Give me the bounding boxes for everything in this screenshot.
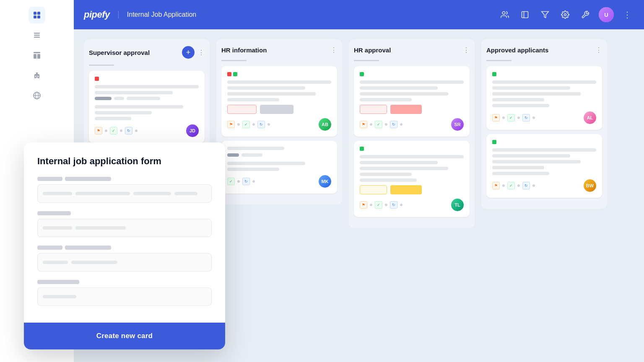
form-field-1 (37, 177, 212, 203)
card-line (360, 178, 417, 182)
card-labels (360, 72, 464, 76)
sidebar-icon-list[interactable] (29, 27, 45, 44)
sidebar-icon-bot[interactable] (29, 67, 45, 84)
card-icon-check: ✓ (242, 121, 250, 128)
card-icon-check: ✓ (507, 182, 515, 189)
card-icons: ⚑ ✓ ↻ (360, 121, 402, 128)
card-separator (517, 184, 520, 187)
filter-icon[interactable] (538, 8, 552, 21)
svg-point-18 (502, 12, 505, 15)
card-icon-check: ✓ (110, 127, 117, 134)
card-icon-refresh: ↻ (390, 201, 397, 209)
col-menu-supervisor[interactable]: ⋮ (198, 49, 205, 57)
import-icon[interactable] (518, 8, 532, 21)
card-footer: ⚑ ✓ ↻ BW (492, 179, 596, 192)
card-separator (237, 180, 240, 183)
label-dot-green (233, 72, 237, 76)
col-menu-approved[interactable]: ⋮ (595, 46, 602, 54)
card-icon-refresh: ↻ (257, 121, 265, 128)
card-line (492, 98, 544, 101)
col-menu-hr-info[interactable]: ⋮ (330, 46, 337, 54)
card-footer: ⚑ ✓ ↻ SR (360, 118, 464, 131)
header-title: Internal Job Application (118, 11, 196, 18)
more-icon[interactable]: ⋮ (621, 8, 634, 21)
card-line (242, 153, 262, 157)
kanban-card[interactable]: ⚑ ✓ ↻ BW (486, 134, 602, 198)
card-labels (492, 140, 596, 144)
sidebar-icon-globe[interactable] (29, 87, 45, 104)
kanban-card[interactable]: ⚑ ✓ ↻ SR (354, 66, 470, 137)
card-line (360, 155, 464, 158)
card-line (95, 85, 199, 88)
kanban-card[interactable]: ⚑ ✓ ↻ TL (354, 141, 470, 217)
card-separator (400, 204, 402, 206)
card-icons: ⚑ ✓ ↻ (492, 182, 535, 189)
svg-rect-5 (34, 35, 40, 36)
sidebar-icon-grid[interactable] (29, 7, 45, 23)
kanban-card[interactable]: ⚑ ✓ ↻ AB (221, 66, 337, 137)
create-card-form: Internal job application form (24, 142, 225, 349)
card-line (95, 105, 183, 109)
card-line (227, 168, 279, 171)
kanban-card[interactable]: ⚑ ✓ ↻ JD (89, 71, 205, 143)
label-part (37, 246, 62, 250)
kanban-card[interactable]: ✓ ↻ MK (221, 141, 337, 194)
label-part (37, 177, 62, 181)
user-avatar[interactable]: U (599, 7, 614, 22)
svg-rect-0 (34, 12, 36, 15)
card-separator (400, 123, 402, 126)
form-input-4[interactable] (37, 287, 212, 306)
card-separator (237, 123, 240, 126)
form-input-3[interactable] (37, 253, 212, 272)
card-line (127, 97, 160, 100)
card-separator (502, 116, 505, 119)
col-underline-approved (486, 60, 512, 61)
col-underline-hr-approval (354, 60, 379, 61)
svg-rect-7 (34, 52, 40, 53)
form-body: Internal job application form (24, 142, 225, 323)
form-footer: Create new card (24, 323, 225, 349)
card-icon-flag: ⚑ (492, 182, 500, 189)
column-title-hr-info: HR information (221, 47, 327, 54)
form-input-1[interactable] (37, 184, 212, 203)
wrench-icon[interactable] (579, 8, 592, 21)
card-line (492, 148, 596, 152)
card-line (360, 92, 448, 96)
card-separator (385, 123, 387, 126)
card-badge-yellow (360, 185, 387, 194)
card-icons: ⚑ ✓ ↻ (360, 201, 402, 209)
col-underline-supervisor (89, 65, 114, 66)
create-new-card-button[interactable]: Create new card (96, 332, 153, 340)
card-line (360, 98, 412, 101)
card-separator (517, 116, 520, 119)
card-separator (267, 123, 270, 126)
add-card-btn-supervisor[interactable]: + (182, 46, 195, 59)
card-line (360, 173, 412, 176)
logo: pipefy (84, 9, 110, 20)
label-dot-green (360, 72, 364, 76)
card-separator (532, 184, 535, 187)
card-badges (360, 185, 464, 194)
card-badges (360, 105, 464, 114)
card-avatar: BW (584, 179, 596, 192)
col-menu-hr-approval[interactable]: ⋮ (463, 46, 470, 54)
label-part (65, 246, 111, 250)
label-dot-red (227, 72, 231, 76)
card-icon-flag: ⚑ (492, 114, 500, 122)
sidebar-icon-table[interactable] (29, 47, 45, 64)
card-labels (95, 77, 199, 81)
settings-icon[interactable] (558, 8, 572, 21)
svg-rect-4 (34, 33, 40, 34)
people-icon[interactable] (498, 8, 512, 21)
card-separator (105, 129, 107, 132)
form-input-2[interactable] (37, 219, 212, 237)
card-separator (252, 180, 255, 183)
card-icon-flag: ⚑ (95, 127, 102, 134)
card-icon-refresh: ↻ (242, 178, 250, 185)
kanban-card[interactable]: ⚑ ✓ ↻ AL (486, 66, 602, 130)
card-icons: ⚑ ✓ ↻ (227, 121, 270, 128)
input-filler (133, 192, 171, 195)
card-avatar: AB (319, 118, 331, 131)
card-badge-pink-fill (390, 105, 422, 114)
svg-rect-1 (37, 12, 40, 15)
